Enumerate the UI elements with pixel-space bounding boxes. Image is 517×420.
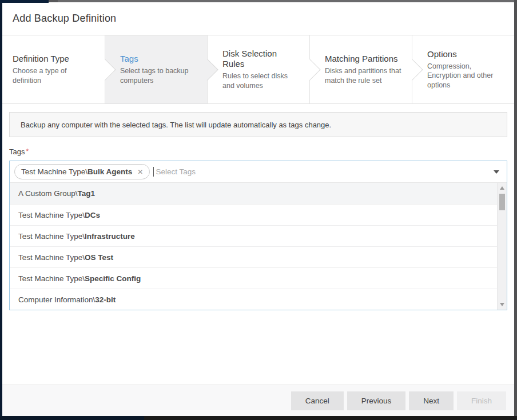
- dialog-title: Add Backup Definition: [13, 13, 116, 25]
- selected-tag-text: Test Machine Type\Bulk Agents: [21, 167, 132, 176]
- step-title: Options: [427, 49, 504, 59]
- finish-button: Finish: [457, 391, 506, 410]
- step-subtitle: Compression, Encryption and other option…: [427, 62, 504, 90]
- scroll-up-icon[interactable]: [500, 186, 504, 190]
- dialog-header: Add Backup Definition: [2, 2, 514, 35]
- tag-option[interactable]: Test Machine Type\OS Test: [10, 246, 507, 267]
- dropdown-scrollbar[interactable]: [497, 183, 507, 310]
- step-disk-selection-rules[interactable]: Disk Selection Rules Rules to select dis…: [207, 35, 309, 103]
- step-title: Disk Selection Rules: [222, 49, 299, 69]
- tag-option[interactable]: Test Machine Type\DCs: [10, 204, 507, 225]
- tag-option[interactable]: Test Machine Type\Specific Config: [10, 267, 507, 289]
- cancel-button[interactable]: Cancel: [291, 391, 344, 410]
- page-edge-top-dark-gray: [49, 0, 58, 2]
- step-title: Tags: [120, 54, 197, 64]
- step-subtitle: Choose a type of definition: [13, 66, 94, 85]
- tag-option[interactable]: A Custom Group\Tag1: [10, 183, 507, 204]
- page-edge-bottom-navy: [0, 416, 144, 420]
- chevron-down-icon[interactable]: [494, 170, 499, 174]
- page-edge-left: [0, 0, 2, 420]
- page-edge-top-gray: [58, 0, 517, 2]
- step-subtitle: Rules to select disks and volumes: [222, 71, 299, 90]
- tags-field-label: Tags: [9, 147, 25, 156]
- step-matching-partitions[interactable]: Matching Partitions Disks and partitions…: [309, 35, 412, 103]
- tags-multiselect: Test Machine Type\Bulk Agents ✕ Select T…: [9, 161, 507, 310]
- required-marker: *: [26, 147, 29, 155]
- scroll-down-icon[interactable]: [500, 303, 504, 306]
- scrollbar-thumb[interactable]: [499, 194, 505, 210]
- step-options[interactable]: Options Compression, Encryption and othe…: [412, 35, 514, 103]
- tags-input-field[interactable]: Test Machine Type\Bulk Agents ✕ Select T…: [10, 161, 507, 183]
- add-backup-definition-dialog: Add Backup Definition Definition Type Ch…: [2, 2, 514, 416]
- step-title: Definition Type: [13, 54, 94, 64]
- page-edge-right: [514, 0, 517, 420]
- tags-dropdown-list: A Custom Group\Tag1 Test Machine Type\DC…: [10, 183, 507, 310]
- tags-field-label-row: Tags*: [9, 147, 507, 156]
- page-edge-top-navy: [0, 0, 49, 3]
- text-cursor: [153, 167, 154, 177]
- step-definition-type[interactable]: Definition Type Choose a type of definit…: [2, 35, 105, 103]
- info-banner: Backup any computer with the selected ta…: [9, 112, 507, 137]
- step-tags[interactable]: Tags Select tags to backup computers: [105, 35, 207, 103]
- previous-button[interactable]: Previous: [347, 391, 406, 410]
- tag-option[interactable]: Test Machine Type\Infrastructure: [10, 225, 507, 246]
- next-button[interactable]: Next: [409, 391, 454, 410]
- tags-input-placeholder: Select Tags: [156, 167, 196, 176]
- page-edge-bottom-dark: [144, 416, 517, 420]
- selected-tag-chip: Test Machine Type\Bulk Agents ✕: [14, 164, 150, 179]
- dialog-content: Backup any computer with the selected ta…: [2, 104, 514, 310]
- tag-option[interactable]: Computer Information\32-bit: [10, 289, 507, 310]
- info-banner-text: Backup any computer with the selected ta…: [21, 121, 331, 129]
- wizard-stepper: Definition Type Choose a type of definit…: [2, 35, 514, 104]
- step-title: Matching Partitions: [325, 54, 401, 64]
- dialog-footer: Cancel Previous Next Finish: [2, 385, 514, 416]
- remove-tag-icon[interactable]: ✕: [137, 169, 143, 175]
- step-subtitle: Disks and partitions that match the rule…: [325, 66, 401, 85]
- step-subtitle: Select tags to backup computers: [120, 66, 197, 85]
